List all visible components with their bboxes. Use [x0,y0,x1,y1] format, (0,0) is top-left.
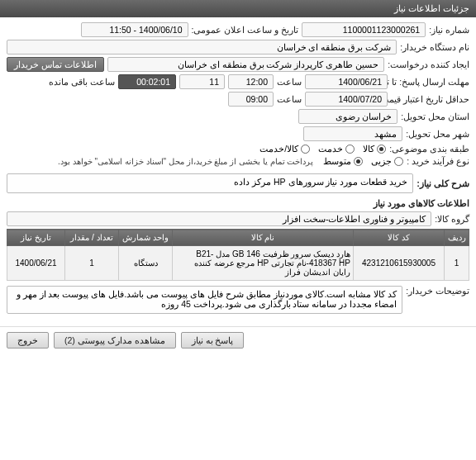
desc-label: شرح کلی نیاز: [416,178,469,189]
category-radio-group: کالا خدمت کالا/خدمت [259,144,386,154]
radio-icon [345,145,355,154]
contact-info-button[interactable]: اطلاعات تماس خریدار [7,57,104,72]
category-opt-goods[interactable]: کالا [363,144,386,154]
th-qty: تعداد / مقدار [65,230,119,246]
reply-button[interactable]: پاسخ به نیاز [181,332,245,349]
province-value: خراسان رضوی [298,109,397,124]
city-value: مشهد [303,126,402,141]
window-title-bar: جزئیات اطلاعات نیاز [0,0,476,17]
deadline-send-min: 11 [179,74,225,89]
group-value: کامپیوتر و فناوری اطلاعات-سخت افزار [7,211,431,226]
need-number-label: شماره نیاز: [429,25,469,35]
desc-value: خرید قطعات مورد نیاز سرورهای HP مرکز داد… [7,173,413,193]
th-code: کد کالا [354,230,445,246]
process-hint: پرداخت تمام یا بخشی از مبلغ خرید،از محل … [58,157,313,166]
window-title: جزئیات اطلاعات نیاز [394,3,469,13]
cell-qty: 1 [65,246,119,281]
time-label-2: ساعت [277,94,302,104]
th-name: نام کالا [173,230,354,246]
th-unit: واحد شمارش [119,230,173,246]
process-label: نوع فرآیند خرید : [407,156,469,166]
deadline-send-label: مهلت ارسال پاسخ: تا تاریخ: [391,77,469,87]
validity-date: 1400/07/20 [305,92,388,107]
cell-index: 1 [445,246,469,281]
th-index: ردیف [445,230,469,246]
group-label: گروه کالا: [435,214,469,224]
creator-label: ایجاد کننده درخواست: [388,59,469,69]
creator-value: حسین طاهری کارپرداز شرکت برق منطقه ای خر… [107,57,384,72]
footer-bar: پاسخ به نیاز مشاهده مدارک پیوستی (2) خرو… [0,326,476,353]
radio-icon [301,145,310,154]
note-label: توضیحات خریدار: [406,286,469,296]
note-value: کد کالا مشابه است.کالای موردنیاز مطابق ش… [7,286,402,314]
cell-name: هارد دیسک سرور ظرفیت GB 146 مدل B21-4183… [173,246,354,281]
time-label-1: ساعت [277,77,302,87]
province-label: استان محل تحویل: [401,111,469,121]
radio-icon [394,157,403,166]
exit-button[interactable]: خروج [7,332,49,349]
cell-unit: دستگاه [119,246,173,281]
form-content: شماره نیاز: 1100001123000261 تاریخ و ساع… [0,17,476,321]
public-announce-label: تاریخ و ساعت اعلان عمومی: [192,25,299,35]
deadline-send-date: 1400/06/21 [305,74,388,89]
table-row[interactable]: 1 4231210615930005 هارد دیسک سرور ظرفیت … [7,246,469,281]
table-header-row: ردیف کد کالا نام کالا واحد شمارش تعداد /… [7,230,469,246]
items-table: ردیف کد کالا نام کالا واحد شمارش تعداد /… [7,229,469,281]
public-announce-value: 1400/06/10 - 11:50 [81,22,188,37]
radio-icon [354,157,363,166]
category-label: طبقه بندی موضوعی: [389,144,469,154]
cell-date: 1400/06/21 [7,246,65,281]
process-opt-medium[interactable]: متوسط [323,156,363,166]
remaining-label: ساعت باقی مانده [49,77,115,87]
process-radio-group: جزیی متوسط [323,156,403,166]
validity-label: حداقل تاریخ اعتبار قیمت: تا تاریخ: [391,94,469,104]
items-section-title: اطلاعات کالاهای مورد نیاز [7,198,469,209]
city-label: شهر محل تحویل: [406,129,469,139]
deadline-send-hour: 12:00 [228,74,274,89]
cell-code: 4231210615930005 [354,246,445,281]
buyer-org-value: شرکت برق منطقه ای خراسان [7,40,397,55]
th-date: تاریخ نیاز [7,230,65,246]
category-opt-service[interactable]: خدمت [318,144,355,154]
category-opt-both[interactable]: کالا/خدمت [259,144,310,154]
radio-icon [377,145,386,154]
remaining-time: 00:02:01 [118,74,176,89]
validity-hour: 09:00 [228,92,274,107]
attachments-button[interactable]: مشاهده مدارک پیوستی (2) [54,332,176,349]
process-opt-minor[interactable]: جزیی [371,156,403,166]
need-number-value: 1100001123000261 [302,22,426,37]
buyer-org-label: نام دستگاه خریدار: [400,42,469,52]
